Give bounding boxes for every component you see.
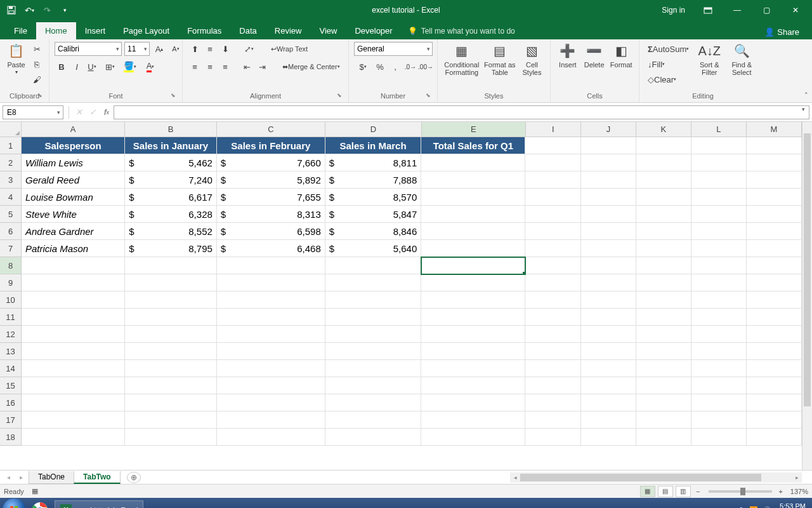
cell[interactable] (691, 411, 747, 429)
money-cell[interactable]: $5,640 (325, 240, 421, 257)
cell[interactable] (747, 429, 802, 446)
cell[interactable] (691, 343, 747, 360)
cell[interactable] (747, 240, 802, 257)
cell[interactable] (747, 257, 802, 274)
comma-button[interactable]: , (388, 60, 402, 74)
cell[interactable] (217, 274, 325, 291)
cell[interactable] (22, 326, 125, 343)
col-header-E[interactable]: E (422, 122, 526, 137)
macro-record-icon[interactable]: ▦ (32, 487, 38, 495)
cell[interactable] (421, 429, 525, 446)
cell[interactable] (691, 291, 747, 309)
tab-formulas[interactable]: Formulas (178, 22, 230, 39)
row-header-4[interactable]: 4 (0, 189, 22, 206)
vertical-scrollbar[interactable] (802, 122, 812, 470)
name-cell[interactable]: Louise Bowman (22, 189, 125, 206)
table-header-cell[interactable]: Total Sales for Q1 (421, 137, 525, 154)
cell[interactable] (525, 411, 580, 429)
row-headers[interactable]: 123456789101112131415161718 (0, 137, 22, 470)
cell[interactable] (636, 154, 691, 171)
name-box[interactable]: E8 (3, 105, 63, 119)
cell[interactable] (217, 291, 325, 309)
clipboard-launcher[interactable]: ⬊ (36, 92, 44, 100)
cell[interactable] (421, 171, 525, 189)
tab-page-layout[interactable]: Page Layout (114, 22, 178, 39)
tell-me-search[interactable]: 💡 Tell me what you want to do (402, 23, 521, 39)
close-button[interactable]: ✕ (782, 1, 809, 19)
cell[interactable] (421, 206, 525, 223)
fill-button[interactable]: ↓ Fill ▾ (645, 57, 692, 71)
row-header-9[interactable]: 9 (0, 274, 22, 291)
cell[interactable] (581, 429, 636, 446)
col-header-L[interactable]: L (691, 122, 747, 137)
name-cell[interactable]: Andrea Gardner (22, 223, 125, 240)
cell[interactable] (691, 240, 747, 257)
money-cell[interactable]: $6,468 (217, 240, 325, 257)
row-header-14[interactable]: 14 (0, 360, 22, 377)
cell[interactable] (747, 360, 802, 377)
paste-button[interactable]: 📋 Paste ▾ (5, 42, 27, 76)
number-launcher[interactable]: ⬊ (424, 92, 432, 100)
borders-button[interactable]: ⊞▾ (100, 60, 119, 74)
increase-decimal-button[interactable]: .0→ (403, 60, 417, 74)
name-cell[interactable]: Gerald Reed (22, 171, 125, 189)
cell[interactable] (125, 411, 217, 429)
cell[interactable] (421, 154, 525, 171)
col-header-K[interactable]: K (636, 122, 691, 137)
row-header-17[interactable]: 17 (0, 411, 22, 429)
cell[interactable] (525, 394, 580, 411)
money-cell[interactable]: $8,811 (325, 154, 421, 171)
row-header-18[interactable]: 18 (0, 429, 22, 446)
cell[interactable] (421, 377, 525, 394)
cell[interactable] (581, 171, 636, 189)
zoom-in-button[interactable]: + (778, 488, 782, 495)
align-bottom-button[interactable]: ⬇ (218, 42, 232, 56)
cell[interactable] (22, 309, 125, 326)
vscroll-thumb[interactable] (804, 133, 811, 406)
ribbon-display-options[interactable] (694, 1, 722, 19)
cell[interactable] (525, 274, 580, 291)
italic-button[interactable]: I (70, 60, 84, 74)
cell[interactable] (636, 394, 691, 411)
cell[interactable] (22, 274, 125, 291)
cell[interactable] (636, 274, 691, 291)
cell[interactable] (525, 154, 580, 171)
hscroll-thumb[interactable] (520, 474, 761, 481)
cell[interactable] (525, 206, 580, 223)
decrease-indent-button[interactable]: ⇤ (240, 60, 254, 74)
cell[interactable] (525, 240, 580, 257)
cell[interactable] (421, 360, 525, 377)
horizontal-scrollbar[interactable]: ◂▸ (510, 472, 802, 483)
insert-function-button[interactable]: fx (100, 105, 114, 119)
name-cell[interactable]: William Lewis (22, 154, 125, 171)
number-format-combo[interactable]: General (354, 42, 433, 56)
cell[interactable] (421, 343, 525, 360)
tab-data[interactable]: Data (230, 22, 265, 39)
col-header-D[interactable]: D (325, 122, 422, 137)
cell[interactable] (747, 377, 802, 394)
cell[interactable] (421, 394, 525, 411)
table-header-cell[interactable]: Sales in January (125, 137, 217, 154)
sheet-nav[interactable]: ◂▸ (0, 474, 29, 481)
taskbar-chrome[interactable] (29, 500, 51, 508)
col-header-J[interactable]: J (581, 122, 636, 137)
row-header-2[interactable]: 2 (0, 154, 22, 171)
cell[interactable] (22, 394, 125, 411)
cell[interactable] (525, 171, 580, 189)
cell[interactable] (22, 257, 125, 274)
cell[interactable] (217, 429, 325, 446)
cell[interactable] (217, 343, 325, 360)
money-cell[interactable]: $7,888 (325, 171, 421, 189)
cell[interactable] (747, 274, 802, 291)
cell[interactable] (691, 394, 747, 411)
wrap-text-button[interactable]: ↩ Wrap Text (268, 42, 311, 56)
align-top-button[interactable]: ⬆ (188, 42, 202, 56)
cell[interactable] (22, 377, 125, 394)
row-header-5[interactable]: 5 (0, 206, 22, 223)
name-cell[interactable]: Steve White (22, 206, 125, 223)
cell[interactable] (691, 257, 747, 274)
cell[interactable] (217, 394, 325, 411)
tab-view[interactable]: View (310, 22, 346, 39)
cell[interactable] (636, 343, 691, 360)
cell[interactable] (581, 137, 636, 154)
